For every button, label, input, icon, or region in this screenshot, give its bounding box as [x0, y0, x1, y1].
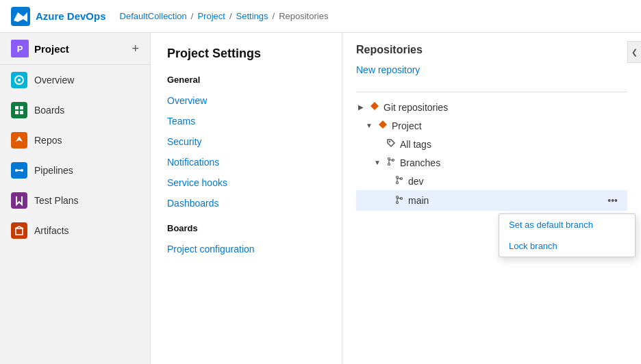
overview-icon [11, 72, 27, 88]
branches-chevron-icon: ▼ [373, 158, 382, 168]
right-panel: ❮ Repositories New repository ▶ Git repo… [342, 33, 641, 364]
breadcrumb: DefaultCollection / Project / Settings /… [120, 11, 329, 21]
boards-icon [11, 102, 27, 118]
tree-branch-main[interactable]: main ••• [356, 190, 627, 211]
svg-rect-7 [20, 111, 23, 114]
tree-project[interactable]: ▼ Project [356, 116, 627, 135]
tag-icon [386, 138, 396, 150]
branch-more-button[interactable]: ••• [603, 194, 622, 207]
dev-branch-label: dev [408, 176, 424, 187]
project-chevron-icon: ▼ [364, 121, 374, 131]
sidebar-item-overview[interactable]: Overview [0, 65, 150, 95]
collapse-panel-button[interactable]: ❮ [627, 41, 641, 63]
azure-devops-logo-icon [11, 7, 30, 26]
breadcrumb-sep-3: / [273, 11, 275, 21]
logo[interactable]: Azure DevOps [11, 7, 106, 26]
sidebar-item-repos-label: Repos [34, 135, 62, 146]
repos-content: Repositories New repository ▶ Git reposi… [342, 33, 641, 222]
testplans-icon [11, 192, 27, 209]
tree-branches[interactable]: ▼ Branches [356, 153, 627, 172]
svg-point-14 [389, 141, 390, 142]
add-project-button[interactable]: + [131, 42, 139, 56]
settings-item-servicehooks[interactable]: Service hooks [167, 172, 325, 193]
sidebar-item-repos[interactable]: Repos [0, 125, 150, 155]
left-sidebar: P Project + Overview Boards Repos [0, 33, 151, 364]
context-menu: Set as default branch Lock branch [499, 213, 636, 257]
project-label: Project [34, 43, 69, 55]
settings-item-project-config[interactable]: Project configuration [167, 239, 325, 259]
svg-marker-12 [370, 102, 379, 110]
sidebar-item-boards-label: Boards [34, 105, 64, 116]
settings-item-notifications[interactable]: Notifications [167, 152, 325, 172]
branches-label: Branches [400, 157, 440, 168]
project-git-icon [378, 120, 388, 131]
svg-point-24 [397, 201, 399, 203]
center-panel: Project Settings General Overview Teams … [151, 33, 342, 364]
settings-section-general: General [167, 75, 325, 85]
svg-point-3 [18, 79, 21, 81]
svg-point-9 [21, 169, 23, 172]
breadcrumb-sep-1: / [191, 11, 194, 21]
sidebar-item-artifacts[interactable]: Artifacts [0, 216, 150, 246]
artifacts-icon [11, 222, 27, 239]
svg-marker-13 [379, 120, 387, 129]
pipelines-icon [11, 162, 27, 179]
svg-rect-6 [15, 111, 18, 114]
settings-item-dashboards[interactable]: Dashboards [167, 193, 325, 213]
repos-icon [11, 132, 27, 148]
svg-rect-11 [16, 229, 23, 235]
breadcrumb-repositories: Repositories [279, 11, 328, 21]
new-repository-button[interactable]: New repository [356, 64, 420, 75]
breadcrumb-sep-2: / [229, 11, 232, 21]
project-header: P Project + [0, 33, 150, 65]
breadcrumb-defaultcollection[interactable]: DefaultCollection [120, 11, 187, 21]
tree-git-repositories[interactable]: ▶ Git repositories [356, 98, 627, 116]
svg-rect-10 [18, 170, 21, 171]
all-tags-label: All tags [400, 139, 431, 150]
settings-item-teams[interactable]: Teams [167, 111, 325, 131]
settings-item-overview[interactable]: Overview [167, 90, 325, 111]
branches-icon [386, 157, 396, 168]
svg-point-19 [397, 177, 399, 179]
breadcrumb-project[interactable]: Project [197, 11, 225, 21]
tree-branch-dev[interactable]: dev [356, 172, 627, 190]
tree-all-tags[interactable]: All tags [356, 135, 627, 153]
sidebar-item-testplans-label: Test Plans [34, 195, 79, 206]
divider [356, 92, 627, 92]
dev-branch-icon [394, 175, 404, 187]
svg-rect-5 [20, 106, 23, 109]
svg-point-16 [388, 164, 390, 166]
sidebar-item-overview-label: Overview [34, 75, 74, 86]
svg-rect-4 [15, 106, 18, 109]
settings-item-security[interactable]: Security [167, 131, 325, 152]
context-menu-item-set-default[interactable]: Set as default branch [499, 214, 635, 235]
svg-point-23 [397, 196, 399, 198]
project-tree-label: Project [392, 120, 422, 131]
svg-point-8 [15, 169, 18, 172]
sidebar-item-testplans[interactable]: Test Plans [0, 185, 150, 216]
sidebar-item-artifacts-label: Artifacts [34, 225, 69, 236]
git-repositories-label: Git repositories [384, 102, 448, 113]
project-header-left: P Project [11, 40, 69, 57]
settings-title: Project Settings [167, 47, 325, 61]
sidebar-item-boards[interactable]: Boards [0, 95, 150, 125]
logo-text: Azure DevOps [36, 10, 106, 22]
svg-point-20 [397, 182, 399, 184]
sidebar-item-pipelines-label: Pipelines [34, 165, 73, 176]
repos-panel-title: Repositories [356, 44, 627, 56]
project-avatar: P [11, 40, 29, 57]
sidebar-item-pipelines[interactable]: Pipelines [0, 155, 150, 185]
main-layout: P Project + Overview Boards Repos [0, 33, 641, 364]
context-menu-item-lock-branch[interactable]: Lock branch [499, 235, 635, 257]
collapse-icon: ❮ [631, 48, 638, 57]
svg-point-15 [388, 158, 390, 160]
more-icon: ••• [607, 195, 618, 206]
git-diamond-icon [370, 101, 379, 113]
git-repos-chevron-icon: ▶ [356, 103, 366, 112]
settings-section-boards: Boards [167, 223, 325, 233]
main-branch-label: main [408, 195, 429, 206]
topbar: Azure DevOps DefaultCollection / Project… [0, 0, 641, 33]
main-branch-icon [394, 195, 404, 207]
breadcrumb-settings[interactable]: Settings [236, 11, 268, 21]
